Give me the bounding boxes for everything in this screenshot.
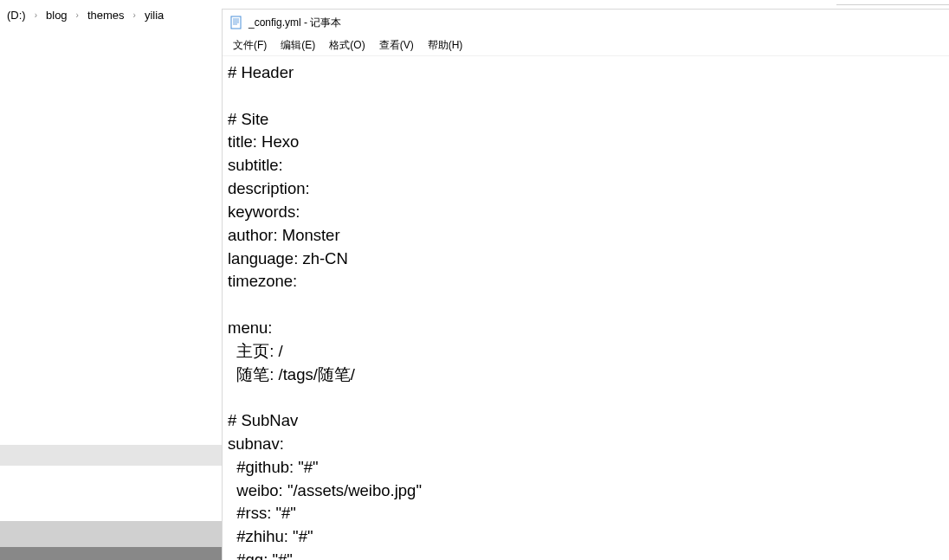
menu-file[interactable]: 文件(F) <box>226 35 274 55</box>
title-bar[interactable]: _config.yml - 记事本 <box>223 10 949 35</box>
explorer-row-highlight <box>0 521 222 547</box>
editor-content[interactable]: # Header # Site title: Hexo subtitle: de… <box>223 56 949 560</box>
breadcrumb-item-themes[interactable]: themes <box>84 7 128 23</box>
window-edge-fragment <box>836 0 949 5</box>
menu-format[interactable]: 格式(O) <box>322 35 371 55</box>
notepad-window: _config.yml - 记事本 文件(F) 编辑(E) 格式(O) 查看(V… <box>222 9 949 560</box>
explorer-panel: (D:) › blog › themes › yilia <box>0 0 222 560</box>
chevron-right-icon: › <box>74 10 81 20</box>
menu-bar: 文件(F) 编辑(E) 格式(O) 查看(V) 帮助(H) <box>223 35 949 56</box>
breadcrumb-item-blog[interactable]: blog <box>42 7 71 23</box>
chevron-right-icon: › <box>132 10 138 20</box>
menu-help[interactable]: 帮助(H) <box>421 35 470 55</box>
explorer-row-highlight <box>0 445 222 466</box>
breadcrumb-item-yilia[interactable]: yilia <box>141 7 167 23</box>
breadcrumb-drive[interactable]: (D:) <box>3 7 29 23</box>
menu-edit[interactable]: 编辑(E) <box>274 35 322 55</box>
window-title: _config.yml - 记事本 <box>249 16 341 30</box>
chevron-right-icon: › <box>33 10 39 20</box>
explorer-statusbar <box>0 547 222 560</box>
notepad-icon <box>229 16 243 29</box>
breadcrumb: (D:) › blog › themes › yilia <box>0 0 222 29</box>
menu-view[interactable]: 查看(V) <box>372 35 421 55</box>
